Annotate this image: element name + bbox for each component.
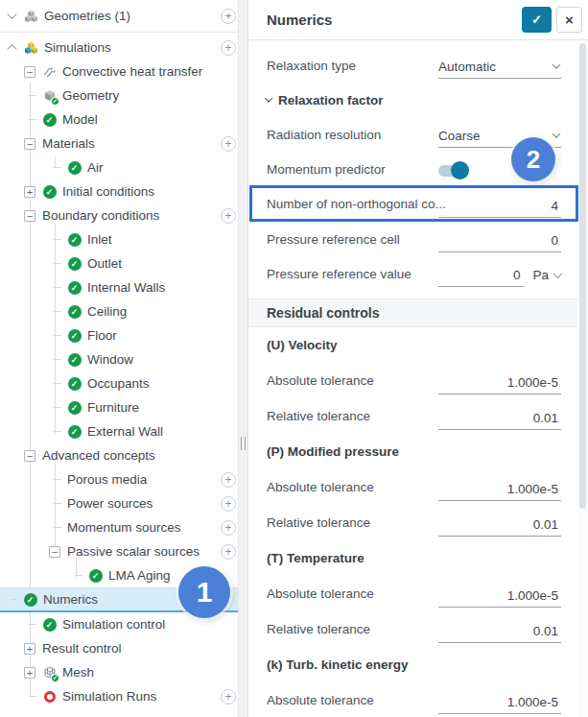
momentum-predictor-toggle[interactable] <box>438 165 467 177</box>
group-title: (P) Modified pressure <box>267 444 399 459</box>
chevron-up-icon[interactable] <box>5 44 18 51</box>
tree-dash <box>48 503 61 504</box>
abs-tolerance-input[interactable]: 1.000e-5 <box>438 477 561 501</box>
tree-dash <box>48 431 61 432</box>
chevron-down-icon <box>553 269 563 278</box>
status-complete-icon: ✓ <box>24 593 37 607</box>
collapse-box-icon[interactable]: − <box>49 546 60 558</box>
input-value: 0.01 <box>438 517 561 532</box>
add-simulation-run-button[interactable]: + <box>221 689 236 705</box>
add-power-source-button[interactable]: + <box>221 496 236 512</box>
field-relaxation-type: Relaxation type Automatic <box>248 48 588 83</box>
geometry-cubes-icon <box>24 9 38 23</box>
tree-item-mesh[interactable]: + ✓ Mesh <box>0 660 238 684</box>
add-porous-media-button[interactable]: + <box>221 472 236 488</box>
tree-item-porous-media[interactable]: Porous media + <box>0 467 238 491</box>
status-complete-icon: ✓ <box>68 305 82 319</box>
tree-dash <box>48 407 61 408</box>
add-passive-scalar-button[interactable]: + <box>221 544 236 560</box>
add-material-button[interactable]: + <box>221 136 236 152</box>
tree-item-inlet[interactable]: ✓ Inlet <box>0 227 238 251</box>
tree-dash <box>23 696 36 697</box>
status-complete-icon: ✓ <box>68 353 82 367</box>
apply-button[interactable]: ✓ <box>522 7 552 33</box>
rel-tolerance-input[interactable]: 0.01 <box>438 513 561 537</box>
tree-item-label: Ceiling <box>87 304 127 319</box>
unit-select[interactable]: Pa <box>524 263 561 287</box>
close-icon: × <box>565 12 574 28</box>
tree-item-initial-conditions[interactable]: + ✓ Initial conditions <box>0 179 238 203</box>
tree-item-geometries[interactable]: Geometries (1) + <box>0 0 238 33</box>
field-label: Momentum predictor <box>267 162 386 177</box>
abs-tolerance-input[interactable]: 1.000e-5 <box>438 584 561 608</box>
tree-item-outlet[interactable]: ✓ Outlet <box>0 251 238 275</box>
tree-item-air[interactable]: ✓ Air <box>0 155 238 179</box>
tree-item-window[interactable]: ✓ Window <box>0 347 238 371</box>
tree-item-internal-walls[interactable]: ✓ Internal Walls <box>0 275 238 299</box>
section-relaxation-factor[interactable]: Relaxation factor <box>248 83 588 117</box>
add-boundary-condition-button[interactable]: + <box>221 208 236 224</box>
expand-box-icon[interactable]: + <box>24 643 35 655</box>
add-geometry-button[interactable]: + <box>221 9 236 24</box>
tree-item-boundary-conditions[interactable]: − Boundary conditions + <box>0 203 238 227</box>
collapse-box-icon[interactable]: − <box>24 210 35 222</box>
tree-item-furniture[interactable]: ✓ Furniture <box>0 395 238 419</box>
simulation-tree-panel: Geometries (1) + Simulations + <box>0 0 247 717</box>
tree-item-simulation-runs[interactable]: Simulation Runs + <box>0 684 238 708</box>
tree-item-ceiling[interactable]: ✓ Ceiling <box>0 299 238 323</box>
rel-tolerance-input[interactable]: 0.01 <box>438 406 561 430</box>
rel-tolerance-input[interactable]: 0.01 <box>438 619 561 643</box>
check-icon: ✓ <box>531 12 542 27</box>
close-button[interactable]: × <box>556 7 582 33</box>
tree-item-geometry[interactable]: ✓ Geometry <box>0 84 238 108</box>
field-abs-tolerance-k: Absolute tolerance 1.000e-5 <box>248 682 588 717</box>
add-simulation-button[interactable]: + <box>221 40 236 56</box>
expand-box-icon[interactable]: + <box>24 186 35 198</box>
abs-tolerance-input[interactable]: 1.000e-5 <box>438 690 561 714</box>
abs-tolerance-input[interactable]: 1.000e-5 <box>438 370 561 394</box>
field-label: Number of non-orthogonal co... <box>267 197 446 211</box>
tree-item-occupants[interactable]: ✓ Occupants <box>0 371 238 395</box>
collapse-box-icon[interactable]: − <box>24 138 35 150</box>
field-label: Absolute tolerance <box>267 693 374 707</box>
field-non-orthogonal-correctors: Number of non-orthogonal co... 4 <box>248 186 588 222</box>
group-u-velocity: (U) Velocity <box>248 327 588 363</box>
tree-item-model[interactable]: ✓ Model <box>0 108 238 131</box>
tree-item-power-sources[interactable]: Power sources + <box>0 491 238 515</box>
tree-dash <box>23 95 36 96</box>
residual-controls-title: Residual controls <box>267 305 379 321</box>
relaxation-type-select[interactable]: Automatic <box>438 55 561 79</box>
tree-item-result-control[interactable]: + Result control <box>0 636 238 660</box>
pressure-reference-value-input[interactable]: 0 <box>438 263 524 287</box>
simulation-tree: Geometries (1) + Simulations + <box>0 0 238 717</box>
tree-dash <box>23 119 36 120</box>
field-label: Relative tolerance <box>267 515 370 530</box>
panel-splitter[interactable] <box>238 0 247 717</box>
add-momentum-source-button[interactable]: + <box>221 520 236 536</box>
input-value: 1.000e-5 <box>438 375 561 390</box>
tree-dash <box>48 335 61 336</box>
tree-item-passive-scalar-sources[interactable]: − Passive scalar sources + <box>0 539 238 563</box>
collapse-box-icon[interactable]: − <box>24 450 35 462</box>
field-label: Relaxation type <box>267 59 356 73</box>
group-title: (T) Temperature <box>267 551 365 565</box>
tree-item-external-wall[interactable]: ✓ External Wall <box>0 419 238 443</box>
pressure-reference-cell-input[interactable]: 0 <box>438 228 561 252</box>
tree-item-momentum-sources[interactable]: Momentum sources + <box>0 515 238 539</box>
field-label: Absolute tolerance <box>267 586 374 601</box>
tree-item-label: Initial conditions <box>62 184 154 199</box>
input-value: 1.000e-5 <box>438 482 561 496</box>
non-orthogonal-input[interactable]: 4 <box>438 194 561 218</box>
collapse-box-icon[interactable]: − <box>24 66 35 78</box>
tree-item-advanced-concepts[interactable]: − Advanced concepts <box>0 443 238 467</box>
tree-item-simulations[interactable]: Simulations + <box>0 36 238 60</box>
tree-item-materials[interactable]: − Materials + <box>0 131 238 155</box>
simscale-workbench: Geometries (1) + Simulations + <box>0 0 588 717</box>
status-complete-icon: ✓ <box>43 618 57 632</box>
tree-item-convective-heat-transfer[interactable]: − Convective heat transfer <box>0 60 238 84</box>
splitter-grip-icon[interactable] <box>241 437 246 450</box>
tree-item-floor[interactable]: ✓ Floor <box>0 323 238 347</box>
chevron-down-icon[interactable] <box>5 12 18 19</box>
panel-scrollbar-thumb[interactable] <box>579 43 586 509</box>
expand-box-icon[interactable]: + <box>24 667 35 679</box>
